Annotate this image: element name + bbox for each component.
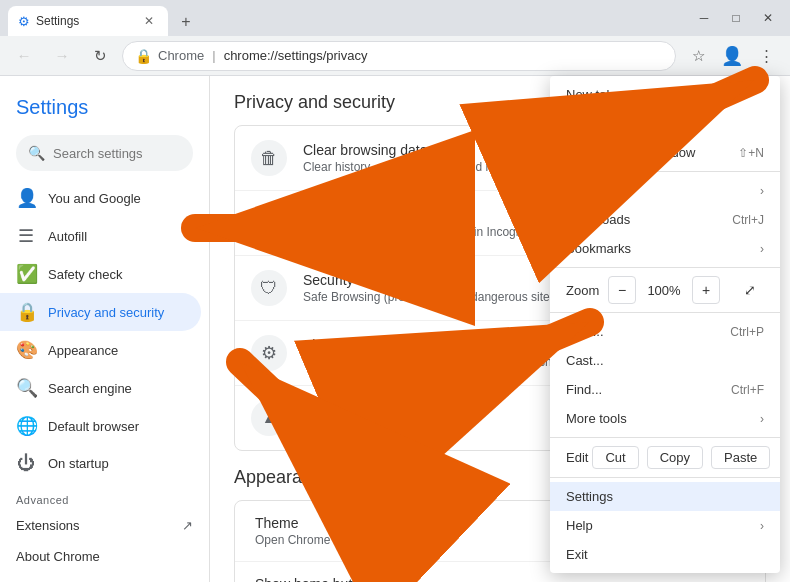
tab-label: Settings: [36, 14, 79, 28]
menu-find[interactable]: Find... Ctrl+F: [550, 375, 780, 404]
safety-check-icon: ✅: [16, 263, 36, 285]
chrome-label: Chrome: [158, 48, 204, 63]
sidebar-item-safety-check[interactable]: ✅ Safety check: [0, 255, 209, 293]
menu-cut-button[interactable]: Cut: [592, 446, 638, 469]
menu-history[interactable]: History ›: [550, 176, 780, 205]
menu-print-shortcut: Ctrl+P: [730, 325, 764, 339]
minimize-button[interactable]: ─: [690, 4, 718, 32]
menu-new-window[interactable]: New window: [550, 109, 780, 138]
new-tab-button[interactable]: +: [172, 8, 200, 36]
zoom-controls: − 100% + ⤢: [608, 276, 764, 304]
back-button[interactable]: ←: [8, 40, 40, 72]
menu-new-incognito[interactable]: New Incognito window ⇧+N: [550, 138, 780, 167]
sidebar-item-privacy-security[interactable]: 🔒 Privacy and security: [0, 293, 201, 331]
menu-cast[interactable]: Cast...: [550, 346, 780, 375]
sidebar-item-search-engine[interactable]: 🔍 Search engine: [0, 369, 209, 407]
menu-new-incognito-shortcut: ⇧+N: [738, 146, 764, 160]
menu-help-label: Help: [566, 518, 593, 533]
menu-copy-button[interactable]: Copy: [647, 446, 703, 469]
menu-bookmarks-label: Bookmarks: [566, 241, 631, 256]
sidebar-item-appearance[interactable]: 🎨 Appearance: [0, 331, 209, 369]
menu-divider-2: [550, 267, 780, 268]
dropdown-menu: New tab New window New Incognito window …: [550, 76, 780, 573]
bookmark-button[interactable]: ☆: [682, 40, 714, 72]
menu-edit-label: Edit: [566, 450, 588, 465]
active-tab[interactable]: ⚙ Settings ✕: [8, 6, 168, 36]
menu-new-window-label: New window: [566, 116, 639, 131]
address-bar[interactable]: 🔒 Chrome | chrome://settings/privacy: [122, 41, 676, 71]
zoom-minus-button[interactable]: −: [608, 276, 636, 304]
clear-browsing-icon: 🗑: [251, 140, 287, 176]
sidebar-item-extensions[interactable]: Extensions ↗: [0, 510, 209, 541]
zoom-value: 100%: [644, 283, 684, 298]
appearance-icon: 🎨: [16, 339, 36, 361]
sidebar-item-label: Extensions: [16, 518, 80, 533]
menu-downloads[interactable]: Downloads Ctrl+J: [550, 205, 780, 234]
menu-bookmarks[interactable]: Bookmarks ›: [550, 234, 780, 263]
search-bar[interactable]: 🔍: [16, 135, 193, 171]
forward-button[interactable]: →: [46, 40, 78, 72]
menu-settings-label: Settings: [566, 489, 613, 504]
menu-new-tab[interactable]: New tab: [550, 80, 780, 109]
menu-print[interactable]: Print... Ctrl+P: [550, 317, 780, 346]
menu-cast-label: Cast...: [566, 353, 604, 368]
zoom-plus-button[interactable]: +: [692, 276, 720, 304]
maximize-button[interactable]: □: [722, 4, 750, 32]
menu-downloads-shortcut: Ctrl+J: [732, 213, 764, 227]
sidebar-item-label: Privacy and security: [48, 305, 164, 320]
menu-bookmarks-arrow: ›: [760, 242, 764, 256]
menu-more-tools-label: More tools: [566, 411, 627, 426]
sidebar-item-label: Default browser: [48, 419, 139, 434]
sidebar-item-on-startup[interactable]: ⏻ On startup: [0, 445, 209, 482]
autofill-icon: ☰: [16, 225, 36, 247]
menu-settings[interactable]: Settings: [550, 482, 780, 511]
menu-exit[interactable]: Exit: [550, 540, 780, 569]
search-input[interactable]: [53, 146, 210, 161]
sidebar-item-label: Safety check: [48, 267, 122, 282]
sidebar-item-label: Search engine: [48, 381, 132, 396]
close-button[interactable]: ✕: [754, 4, 782, 32]
menu-divider-3: [550, 312, 780, 313]
you-and-google-icon: 👤: [16, 187, 36, 209]
search-engine-icon: 🔍: [16, 377, 36, 399]
sidebar: Settings 🔍 👤 You and Google ☰ Autofill ✅…: [0, 76, 210, 582]
window-controls: ─ □ ✕: [690, 4, 782, 32]
menu-help-arrow: ›: [760, 519, 764, 533]
menu-more-tools[interactable]: More tools ›: [550, 404, 780, 433]
advanced-divider: Advanced: [0, 482, 209, 510]
sidebar-item-label: On startup: [48, 456, 109, 471]
site-settings-icon: ⚙: [251, 335, 287, 371]
profile-button[interactable]: 👤: [716, 40, 748, 72]
title-bar: ⚙ Settings ✕ + ─ □ ✕: [0, 0, 790, 36]
url-separator: |: [212, 48, 215, 63]
menu-find-shortcut: Ctrl+F: [731, 383, 764, 397]
tab-close-button[interactable]: ✕: [140, 12, 158, 30]
sidebar-item-default-browser[interactable]: 🌐 Default browser: [0, 407, 209, 445]
sidebar-item-label: Autofill: [48, 229, 87, 244]
toolbar: ← → ↻ 🔒 Chrome | chrome://settings/priva…: [0, 36, 790, 76]
sidebar-item-label: About Chrome: [16, 549, 100, 564]
menu-history-arrow: ›: [760, 184, 764, 198]
sidebar-item-you-and-google[interactable]: 👤 You and Google: [0, 179, 209, 217]
sidebar-item-label: Appearance: [48, 343, 118, 358]
menu-button[interactable]: ⋮: [750, 40, 782, 72]
sidebar-item-label: You and Google: [48, 191, 141, 206]
zoom-fullscreen-button[interactable]: ⤢: [736, 276, 764, 304]
default-browser-icon: 🌐: [16, 415, 36, 437]
sidebar-item-autofill[interactable]: ☰ Autofill: [0, 217, 209, 255]
menu-paste-button[interactable]: Paste: [711, 446, 770, 469]
url-text: chrome://settings/privacy: [224, 48, 368, 63]
menu-downloads-label: Downloads: [566, 212, 630, 227]
menu-more-tools-arrow: ›: [760, 412, 764, 426]
menu-help[interactable]: Help ›: [550, 511, 780, 540]
privacy-security-icon: 🔒: [16, 301, 36, 323]
menu-find-label: Find...: [566, 382, 602, 397]
edit-buttons: Cut Copy Paste: [592, 446, 770, 469]
home-button-text: Show home button Disabled: [251, 576, 697, 582]
toolbar-actions: ☆ 👤 ⋮: [682, 40, 782, 72]
on-startup-icon: ⏻: [16, 453, 36, 474]
sidebar-item-about-chrome[interactable]: About Chrome: [0, 541, 209, 572]
menu-divider-1: [550, 171, 780, 172]
menu-history-label: History: [566, 183, 606, 198]
reload-button[interactable]: ↻: [84, 40, 116, 72]
